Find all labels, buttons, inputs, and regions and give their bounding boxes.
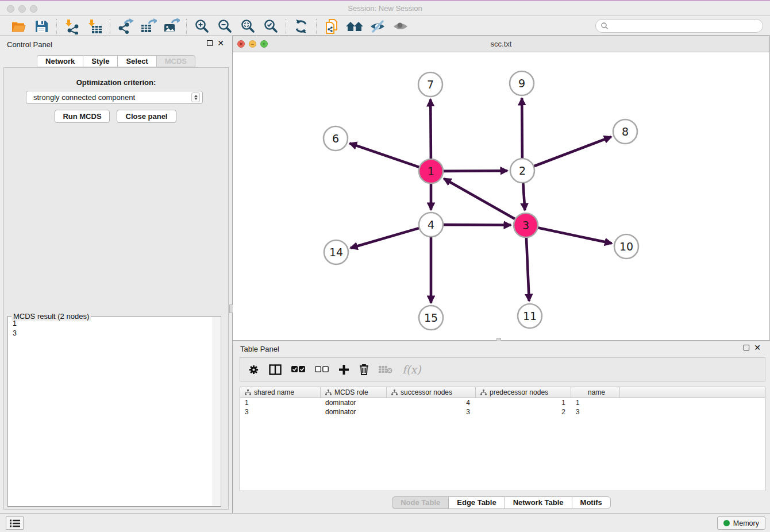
window-zoom-icon[interactable] (30, 5, 37, 13)
network-graph[interactable]: 1234678910111415 (233, 52, 770, 341)
export-image-icon[interactable] (160, 18, 183, 35)
column-header-predecessor-nodes[interactable]: predecessor nodes (476, 387, 571, 398)
table-cell[interactable]: 1 (571, 399, 620, 407)
run-mcds-button[interactable]: Run MCDS (55, 110, 110, 123)
table-row[interactable]: 3dominator323 (240, 407, 765, 417)
eye-slash-icon[interactable] (366, 18, 389, 35)
edge-2-8[interactable] (534, 137, 611, 166)
node-table[interactable]: shared nameMCDS rolesuccessor nodesprede… (240, 387, 765, 491)
close-panel-icon[interactable]: ✕ (217, 40, 224, 46)
edge-1-2[interactable] (443, 171, 507, 171)
add-column-icon[interactable] (338, 364, 349, 375)
close-panel-button[interactable]: Close panel (117, 110, 176, 123)
zoom-out-icon[interactable] (213, 18, 236, 35)
table-cell[interactable]: dominator (321, 399, 387, 407)
memory-button[interactable]: Memory (717, 516, 765, 530)
column-type-icon (245, 390, 251, 396)
export-table-icon[interactable] (137, 18, 160, 35)
table-panel: Table Panel ✕ f(x) shared nameMCDS roles… (233, 341, 770, 513)
node-label-14: 14 (329, 246, 343, 259)
window-close-icon[interactable] (7, 5, 14, 13)
task-history-button[interactable] (6, 516, 24, 530)
delete-table-icon-disabled (379, 365, 392, 374)
eye-icon[interactable] (389, 18, 412, 35)
export-network-icon[interactable] (114, 18, 137, 35)
optimization-dropdown[interactable]: strongly connected component (26, 91, 203, 104)
table-cell[interactable]: 4 (387, 399, 476, 407)
open-session-icon[interactable] (7, 18, 30, 35)
node-label-15: 15 (424, 311, 438, 324)
search-input[interactable] (595, 19, 763, 33)
edge-1-7[interactable] (430, 99, 431, 159)
edge-2-3[interactable] (523, 183, 525, 210)
network-window-titlebar[interactable]: ✕ − + scc.txt (233, 36, 769, 52)
zoom-selected-icon[interactable] (259, 18, 282, 35)
table-cell[interactable]: 1 (476, 399, 571, 407)
node-label-8: 8 (622, 125, 629, 138)
table-cell[interactable]: 1 (240, 399, 321, 407)
edge-2-9[interactable] (522, 98, 522, 159)
result-scrollbar[interactable] (213, 317, 220, 506)
table-cell[interactable]: 2 (476, 408, 571, 416)
column-header-shared-name[interactable]: shared name (240, 387, 321, 398)
memory-label: Memory (733, 519, 759, 527)
node-label-1: 1 (428, 165, 434, 178)
window-title: Session: New Session (0, 1, 770, 16)
control-panel: Control Panel ✕ NetworkStyleSelectMCDS O… (0, 36, 233, 513)
table-cell[interactable]: 3 (571, 408, 620, 416)
list-icon (10, 519, 20, 527)
edge-1-6[interactable] (350, 143, 420, 167)
node-label-9: 9 (518, 77, 525, 90)
column-label: predecessor nodes (490, 388, 548, 396)
control-panel-title: Control Panel (7, 40, 52, 49)
edge-3-10[interactable] (538, 228, 612, 243)
tab-select[interactable]: Select (117, 55, 156, 67)
column-header-successor-nodes[interactable]: successor nodes (387, 387, 476, 398)
window-titlebar: Session: New Session (0, 0, 770, 16)
save-session-icon[interactable] (30, 18, 53, 35)
tab-edge-table[interactable]: Edge Table (448, 496, 504, 509)
split-columns-icon[interactable] (269, 364, 282, 375)
table-row[interactable]: 1dominator411 (240, 398, 765, 407)
edge-4-14[interactable] (351, 228, 419, 248)
network-minimize-icon[interactable]: − (249, 40, 256, 48)
table-header-row: shared nameMCDS rolesuccessor nodesprede… (240, 387, 765, 398)
tab-motifs[interactable]: Motifs (572, 496, 611, 509)
edge-3-11[interactable] (526, 237, 529, 301)
mcds-panel: Optimization criterion: strongly connect… (3, 67, 229, 510)
tab-node-table[interactable]: Node Table (392, 496, 448, 509)
tab-network[interactable]: Network (37, 55, 83, 67)
mcds-result-list: 13 (13, 319, 211, 504)
column-header-mcds-role[interactable]: MCDS role (321, 387, 387, 398)
tab-mcds[interactable]: MCDS (156, 55, 195, 67)
float-panel-icon[interactable] (744, 345, 749, 350)
table-cell[interactable]: 3 (240, 408, 321, 416)
dropdown-stepper-icon (191, 92, 200, 102)
import-table-icon[interactable] (83, 18, 106, 35)
table-cell[interactable]: 3 (387, 408, 476, 416)
search-icon (600, 22, 609, 30)
deselect-checkboxes-icon[interactable] (315, 366, 329, 373)
zoom-fit-icon[interactable] (236, 18, 259, 35)
table-cell[interactable]: dominator (321, 408, 387, 416)
home-icon[interactable] (343, 18, 366, 35)
node-label-11: 11 (523, 310, 537, 322)
zoom-in-icon[interactable] (190, 18, 213, 35)
window-minimize-icon[interactable] (18, 5, 26, 13)
network-close-icon[interactable]: ✕ (237, 40, 245, 48)
edge-3-1[interactable] (444, 179, 515, 219)
close-panel-icon[interactable]: ✕ (754, 345, 761, 350)
edge-4-3[interactable] (443, 225, 511, 225)
float-panel-icon[interactable] (207, 40, 213, 46)
delete-column-icon[interactable] (359, 364, 369, 375)
select-all-checkboxes-icon[interactable] (291, 366, 305, 373)
gear-icon[interactable] (248, 364, 259, 375)
network-zoom-icon[interactable]: + (260, 40, 268, 48)
column-header-name[interactable]: name (571, 387, 620, 398)
tab-network-table[interactable]: Network Table (505, 496, 572, 509)
tab-style[interactable]: Style (83, 55, 117, 67)
refresh-icon[interactable] (290, 18, 313, 35)
column-type-icon (480, 390, 487, 396)
clone-network-icon[interactable] (320, 18, 343, 35)
import-network-icon[interactable] (60, 18, 83, 35)
